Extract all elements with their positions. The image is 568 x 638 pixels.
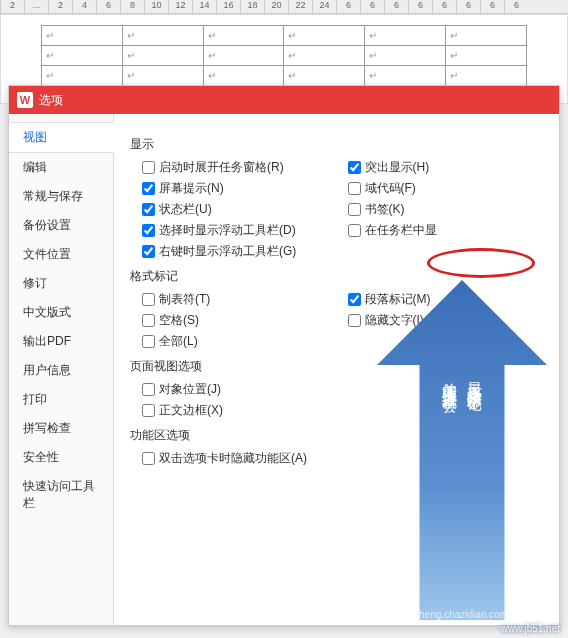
checkbox-label: 隐藏文字(I) [365,312,424,329]
sidebar-item[interactable]: 编辑 [9,153,113,182]
sidebar-item[interactable]: 备份设置 [9,211,113,240]
checkbox-label: 对象位置(J) [159,381,221,398]
checkbox-row: 制表符(T) [142,291,338,308]
checkbox[interactable] [348,293,361,306]
checkbox-label: 状态栏(U) [159,201,212,218]
checkbox[interactable] [142,452,155,465]
horizontal-ruler: 2...2468101214161820222466666666 [0,0,568,14]
checkbox-label: 正文边框(X) [159,402,223,419]
checkbox-label: 书签(K) [365,201,405,218]
checkbox-row: 屏幕提示(N) [142,180,338,197]
checkbox-label: 制表符(T) [159,291,210,308]
sidebar-item[interactable]: 修订 [9,269,113,298]
dialog-title-bar: W 选项 [9,86,559,114]
checkbox-label: 选择时显示浮动工具栏(D) [159,222,296,239]
checkbox[interactable] [348,314,361,327]
checkbox[interactable] [348,161,361,174]
sidebar-item[interactable]: 文件位置 [9,240,113,269]
cell: ↵ [42,26,123,46]
checkbox[interactable] [142,203,155,216]
checkbox-row: 书签(K) [348,201,544,218]
sidebar-item[interactable]: 打印 [9,385,113,414]
checkbox-row: 全部(L) [142,333,338,350]
checkbox-label: 全部(L) [159,333,198,350]
checkbox-label: 突出显示(H) [365,159,430,176]
checkbox-label: 双击选项卡时隐藏功能区(A) [159,450,307,467]
sidebar-item[interactable]: 用户信息 [9,356,113,385]
options-sidebar: 视图编辑常规与保存备份设置文件位置修订中文版式输出PDF用户信息打印拼写检查安全… [9,114,114,625]
checkbox-row: 在任务栏中显 [348,222,544,239]
checkbox[interactable] [142,314,155,327]
options-content: 显示 启动时展开任务窗格(R)突出显示(H)屏幕提示(N)域代码(F)状态栏(U… [114,114,559,625]
checkbox-row: 突出显示(H) [348,159,544,176]
sidebar-item[interactable]: 视图 [9,122,114,153]
app-logo-icon: W [17,92,33,108]
checkbox-row: 启动时展开任务窗格(R) [142,159,338,176]
checkbox-label: 段落标记(M) [365,291,431,308]
checkbox[interactable] [348,224,361,237]
watermark-text: www.jb51.net [501,623,560,634]
checkbox[interactable] [142,182,155,195]
checkbox-label: 右键时显示浮动工具栏(G) [159,243,296,260]
checkbox-row: 状态栏(U) [142,201,338,218]
doc-table: ↵↵↵↵↵↵ ↵↵↵↵↵↵ ↵↵↵↵↵↵ [41,25,527,86]
watermark-text: jiaocheng.chazidian.com [398,609,508,620]
checkbox[interactable] [142,293,155,306]
checkbox-row: 选择时显示浮动工具栏(D) [142,222,338,239]
checkbox[interactable] [142,224,155,237]
section-format-title: 格式标记 [130,268,543,285]
checkbox-label: 屏幕提示(N) [159,180,224,197]
sidebar-item[interactable]: 快速访问工具栏 [9,472,113,518]
checkbox-row: 空格(S) [142,312,338,329]
checkbox[interactable] [142,245,155,258]
sidebar-item[interactable]: 输出PDF [9,327,113,356]
checkbox[interactable] [142,335,155,348]
checkbox[interactable] [348,182,361,195]
sidebar-item[interactable]: 安全性 [9,443,113,472]
checkbox[interactable] [142,404,155,417]
checkbox[interactable] [142,383,155,396]
checkbox-label: 启动时展开任务窗格(R) [159,159,284,176]
checkbox[interactable] [142,161,155,174]
checkbox-row: 右键时显示浮动工具栏(G) [142,243,338,260]
checkbox-row: 域代码(F) [348,180,544,197]
checkbox-label: 域代码(F) [365,180,416,197]
checkbox-label: 在任务栏中显 [365,222,437,239]
sidebar-item[interactable]: 拼写检查 [9,414,113,443]
annotation-text-2: 显示表格段落标记了 [465,370,484,388]
sidebar-item[interactable]: 常规与保存 [9,182,113,211]
sidebar-item[interactable]: 中文版式 [9,298,113,327]
options-dialog: W 选项 视图编辑常规与保存备份设置文件位置修订中文版式输出PDF用户信息打印拼… [8,85,560,626]
section-display-title: 显示 [130,136,543,153]
dialog-title: 选项 [39,92,63,109]
checkbox-label: 空格(S) [159,312,199,329]
annotation-text-1: 关闭这项选择就不会 [440,370,459,388]
checkbox[interactable] [348,203,361,216]
